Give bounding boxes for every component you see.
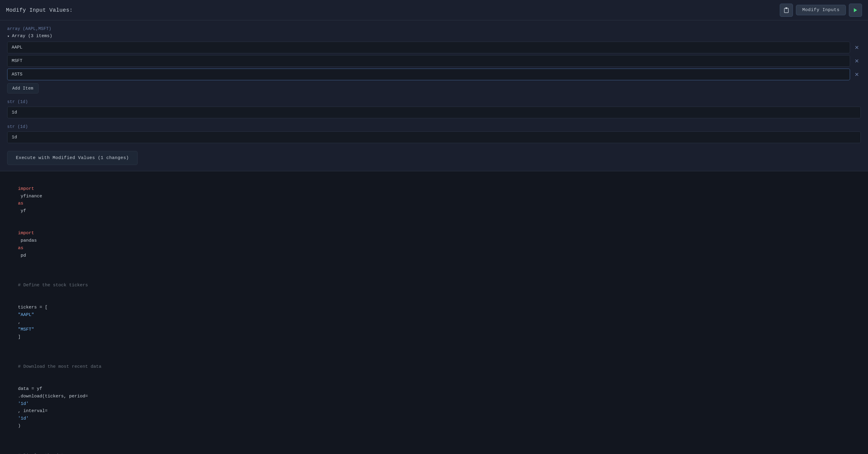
code-text: ) — [18, 423, 21, 429]
chevron-down-icon: ▾ — [7, 34, 9, 39]
svg-marker-2 — [854, 8, 857, 12]
array-param-label: array (AAPL,MSFT) — [7, 26, 861, 31]
modify-inputs-button[interactable]: Modify Inputs — [796, 5, 846, 15]
array-item: ✕ — [7, 41, 861, 53]
string-literal: '1d' — [18, 416, 29, 421]
array-item-2-input[interactable] — [7, 68, 850, 80]
keyword-as: as — [18, 201, 23, 206]
execute-button[interactable]: Execute with Modified Values (1 changes) — [7, 151, 137, 165]
code-line-blank — [7, 348, 861, 356]
comment-text: # Download the most recent data — [18, 364, 101, 369]
code-text: tickers = [ — [18, 305, 48, 310]
array-item-1-input[interactable] — [7, 55, 850, 67]
add-item-button[interactable]: Add Item — [7, 83, 39, 93]
main-content: array (AAPL,MSFT) ▾ Array (3 items) ✕ ✕ … — [0, 20, 868, 171]
remove-item-1-button[interactable]: ✕ — [852, 57, 861, 65]
array-item: ✕ — [7, 68, 861, 80]
code-line: import yfinance as yf — [7, 178, 861, 223]
code-text: ] — [18, 335, 21, 340]
remove-item-2-button[interactable]: ✕ — [852, 70, 861, 79]
str2-section: str (1d) — [7, 124, 861, 143]
run-icon — [853, 7, 858, 13]
code-line-blank — [7, 267, 861, 274]
array-item: ✕ — [7, 55, 861, 67]
code-line-blank — [7, 437, 861, 445]
code-line-comment: # Download the most recent data — [7, 356, 861, 378]
array-items-list: ✕ ✕ ✕ — [7, 41, 861, 80]
str1-label: str (1d) — [7, 100, 861, 104]
str1-input[interactable] — [7, 107, 861, 118]
clipboard-button[interactable] — [780, 4, 793, 17]
string-literal: "AAPL" — [18, 312, 34, 317]
comment-text: # Define the stock tickers — [18, 283, 88, 288]
string-literal: '1d' — [18, 401, 29, 406]
clipboard-icon — [783, 7, 789, 13]
top-bar-actions: Modify Inputs — [780, 4, 862, 17]
code-area: import yfinance as yf import pandas as p… — [0, 171, 868, 454]
str2-input[interactable] — [7, 132, 861, 143]
str1-section: str (1d) — [7, 100, 861, 118]
array-item-0-input[interactable] — [7, 41, 850, 53]
keyword-as: as — [18, 246, 23, 251]
keyword-import: import — [18, 186, 34, 191]
run-button[interactable] — [849, 4, 862, 17]
array-header-label: Array (3 items) — [12, 33, 52, 39]
code-text: data = yf — [18, 386, 42, 391]
remove-item-0-button[interactable]: ✕ — [852, 44, 861, 52]
code-text: pandas — [18, 238, 39, 243]
code-line-comment: # Display the data — [7, 445, 861, 454]
top-bar: Modify Input Values: Modify Inputs — [0, 0, 868, 20]
array-section: array (AAPL,MSFT) ▾ Array (3 items) ✕ ✕ … — [7, 26, 861, 93]
code-line: import pandas as pd — [7, 223, 861, 267]
code-text: pd — [18, 253, 26, 258]
keyword-import: import — [18, 231, 34, 236]
code-text: .download(tickers, period= — [18, 394, 88, 399]
code-text: yf — [18, 208, 26, 214]
array-header[interactable]: ▾ Array (3 items) — [7, 33, 861, 39]
page-title: Modify Input Values: — [6, 7, 73, 13]
string-literal: "MSFT" — [18, 327, 34, 332]
svg-rect-1 — [786, 7, 787, 8]
code-text: , interval= — [18, 408, 48, 414]
str2-label: str (1d) — [7, 124, 861, 129]
code-text: yfinance — [18, 194, 45, 199]
code-line: data = yf .download(tickers, period= '1d… — [7, 378, 861, 437]
code-line-comment: # Define the stock tickers — [7, 274, 861, 296]
code-line: tickers = [ "AAPL" , "MSFT" ] — [7, 296, 861, 348]
code-text: , — [18, 319, 23, 324]
